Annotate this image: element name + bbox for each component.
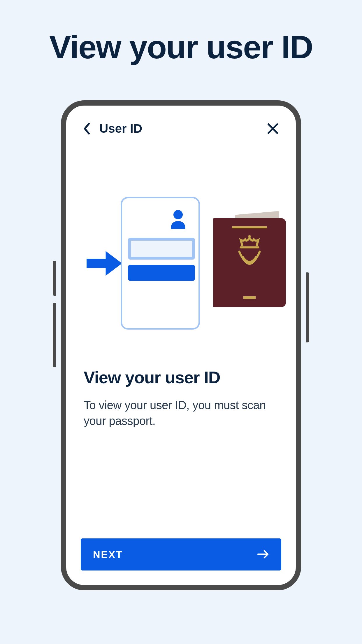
- id-field-outline: [128, 238, 195, 260]
- passport-illustration: [213, 218, 281, 309]
- phone-screen: User ID: [66, 106, 296, 585]
- page-title: View your user ID: [0, 0, 362, 67]
- passport-cover: [213, 218, 286, 307]
- arrow-right-icon: [257, 550, 269, 559]
- person-icon: [169, 210, 187, 229]
- nav-title: User ID: [99, 122, 142, 136]
- crown-emblem-icon: [233, 234, 266, 278]
- nav-left: User ID: [83, 122, 142, 136]
- arrow-right-icon: [87, 250, 122, 276]
- content-heading: View your user ID: [84, 368, 278, 387]
- passport-line: [243, 296, 256, 299]
- id-card-illustration: [121, 197, 200, 330]
- nav-bar: User ID: [81, 122, 281, 136]
- illustration: [81, 197, 281, 330]
- phone-side-button: [53, 261, 56, 296]
- passport-line: [232, 226, 267, 228]
- phone-frame: User ID: [61, 100, 301, 590]
- chevron-left-icon[interactable]: [83, 123, 91, 135]
- svg-point-0: [173, 210, 183, 219]
- next-button-label: NEXT: [93, 549, 123, 560]
- next-button[interactable]: NEXT: [81, 538, 281, 570]
- id-field-filled: [128, 265, 195, 281]
- content-body: To view your user ID, you must scan your…: [84, 397, 278, 429]
- phone-side-button: [306, 272, 309, 342]
- phone-side-button: [53, 303, 56, 367]
- phone-wrapper: User ID: [61, 100, 301, 590]
- content-section: View your user ID To view your user ID, …: [81, 368, 281, 429]
- svg-point-1: [248, 235, 251, 237]
- close-icon[interactable]: [267, 123, 279, 135]
